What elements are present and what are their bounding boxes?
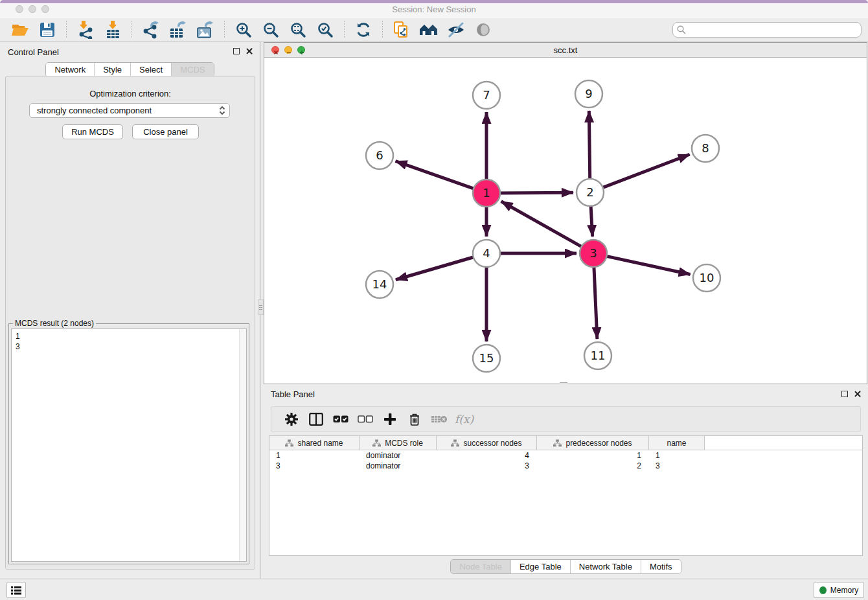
result-scrollbar[interactable]	[239, 329, 246, 561]
select-all-columns-icon[interactable]	[332, 410, 350, 428]
close-panel-button[interactable]: Close panel	[132, 124, 199, 139]
tab-mcds[interactable]: MCDS	[171, 63, 213, 76]
column-header-successor-nodes[interactable]: successor nodes	[437, 436, 537, 450]
table-cell[interactable]: 3	[269, 461, 360, 471]
edge-3-10[interactable]	[604, 256, 691, 275]
column-header-name[interactable]: name	[649, 436, 705, 450]
zoom-in-icon[interactable]	[234, 20, 253, 40]
edge-1-6[interactable]	[396, 161, 476, 190]
node-7[interactable]: 7	[473, 82, 500, 109]
tab-motifs[interactable]: Motifs	[641, 560, 681, 573]
hide-graphics-details-icon[interactable]	[446, 20, 466, 40]
application-window: Session: New Session	[0, 0, 868, 600]
node-1[interactable]: 1	[473, 179, 500, 207]
table-cell[interactable]: 3	[649, 461, 705, 471]
import-network-icon[interactable]	[76, 20, 95, 40]
window-accent-strip	[0, 0, 868, 3]
edge-3-1[interactable]	[501, 202, 584, 248]
edge-1-2[interactable]	[497, 192, 573, 193]
node-label: 6	[376, 148, 383, 162]
node-3[interactable]: 3	[580, 240, 607, 267]
zoom-selected-icon[interactable]	[315, 20, 335, 40]
edge-2-8[interactable]	[600, 154, 690, 189]
column-header-shared-name[interactable]: shared name	[269, 436, 360, 450]
save-session-icon[interactable]	[38, 20, 57, 40]
control-panel-title: Control Panel	[8, 47, 59, 57]
edge-3-11[interactable]	[594, 264, 597, 339]
network-graph[interactable]: 7968124314101511	[264, 58, 867, 384]
mcds-result-area[interactable]: 1 3	[11, 329, 247, 562]
network-window-titlebar[interactable]: scc.txt	[264, 43, 867, 58]
tab-style[interactable]: Style	[94, 63, 130, 76]
open-session-icon[interactable]	[10, 20, 30, 40]
node-6[interactable]: 6	[366, 142, 393, 169]
tab-edge-table[interactable]: Edge Table	[510, 560, 570, 573]
toolbar-separator	[344, 21, 345, 39]
tab-select[interactable]: Select	[130, 63, 171, 76]
table-cell[interactable]: 4	[437, 450, 537, 461]
apply-layout-icon[interactable]	[354, 20, 373, 40]
table-cell[interactable]: 2	[537, 461, 649, 471]
tab-network-table[interactable]: Network Table	[570, 560, 641, 573]
tab-network[interactable]: Network	[46, 63, 94, 76]
table-toolbar: f(x)	[271, 406, 861, 432]
export-table-icon[interactable]	[168, 20, 188, 40]
search-input[interactable]	[672, 22, 862, 38]
export-network-icon[interactable]	[141, 20, 161, 40]
add-column-icon[interactable]	[381, 410, 399, 428]
table-cell[interactable]: 1	[537, 450, 649, 461]
zoom-fit-icon[interactable]	[288, 20, 308, 40]
table-cell[interactable]: dominator	[360, 461, 437, 471]
memory-label: Memory	[830, 586, 858, 595]
table-cell[interactable]: 1	[649, 450, 705, 461]
column-header-MCDS-role[interactable]: MCDS role	[360, 436, 437, 450]
node-15[interactable]: 15	[473, 345, 500, 372]
column-header-predecessor-nodes[interactable]: predecessor nodes	[537, 436, 649, 450]
toolbar-separator	[224, 21, 225, 39]
tab-node-table[interactable]: Node Table	[451, 560, 510, 573]
import-table-icon[interactable]	[103, 20, 122, 40]
edge-2-9[interactable]	[589, 111, 589, 181]
optimization-criterion-select[interactable]: strongly connected component	[29, 103, 230, 118]
memory-status-icon	[819, 586, 827, 594]
edge-4-14[interactable]	[396, 257, 476, 280]
node-11[interactable]: 11	[584, 342, 611, 369]
mcds-result-text: 1 3	[16, 331, 20, 352]
float-panel-icon[interactable]	[233, 48, 240, 54]
run-mcds-button[interactable]: Run MCDS	[62, 124, 123, 139]
control-panel: Control Panel NetworkStyleSelectMCDS Opt…	[0, 42, 260, 579]
edge-2-3[interactable]	[591, 203, 593, 237]
node-14[interactable]: 14	[366, 271, 393, 298]
split-panel-icon[interactable]	[307, 410, 325, 428]
node-4[interactable]: 4	[473, 240, 500, 267]
node-2[interactable]: 2	[577, 179, 604, 206]
split-pane-grip[interactable]	[258, 299, 264, 315]
delete-columns-icon[interactable]	[405, 410, 424, 428]
node-8[interactable]: 8	[692, 135, 719, 162]
table-cell[interactable]: 3	[437, 461, 537, 471]
zoom-out-icon[interactable]	[261, 20, 280, 40]
memory-button[interactable]: Memory	[814, 582, 864, 598]
close-panel-icon[interactable]	[246, 47, 253, 55]
float-table-panel-icon[interactable]	[841, 391, 848, 397]
export-image-icon[interactable]	[196, 20, 215, 40]
main-toolbar	[0, 18, 868, 42]
table-cell[interactable]: 1	[269, 450, 360, 461]
network-canvas[interactable]: 7968124314101511	[264, 58, 867, 384]
show-graphics-details-icon[interactable]	[474, 20, 493, 40]
node-label: 10	[700, 271, 714, 284]
network-overview-icon[interactable]	[392, 20, 411, 40]
table-row[interactable]: 3dominator323	[269, 461, 862, 471]
table-row[interactable]: 1dominator411	[269, 450, 862, 461]
table-panel: Table Panel	[264, 386, 868, 579]
home-icon[interactable]	[419, 20, 439, 40]
settings-gear-icon[interactable]	[282, 410, 301, 428]
node-10[interactable]: 10	[693, 264, 720, 292]
close-table-panel-icon[interactable]	[854, 390, 862, 398]
node-9[interactable]: 9	[575, 80, 602, 108]
mcds-panel: Optimization criterion: strongly connect…	[5, 76, 255, 570]
node-table[interactable]: shared nameMCDS rolesuccessor nodesprede…	[269, 435, 863, 556]
table-cell[interactable]: dominator	[360, 450, 437, 461]
task-history-button[interactable]	[6, 582, 26, 598]
unselect-all-columns-icon[interactable]	[356, 410, 374, 428]
